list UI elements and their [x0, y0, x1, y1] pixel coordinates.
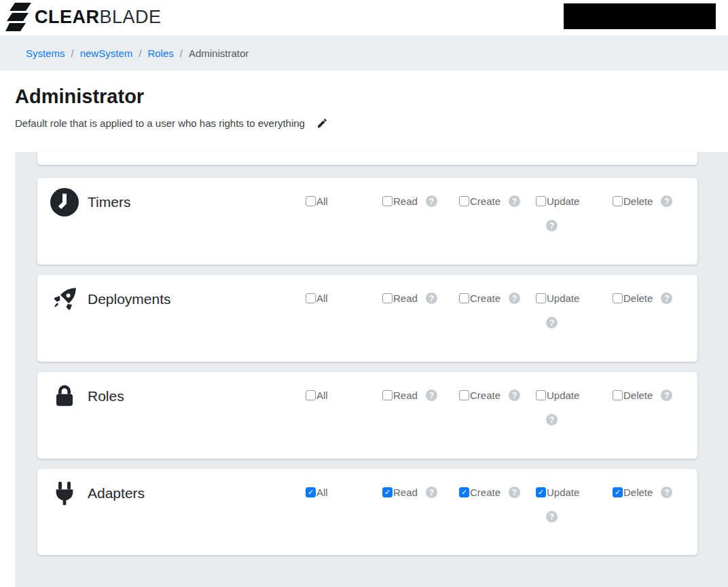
help-icon[interactable]: ?: [509, 292, 520, 304]
permissions-card-deployments: Deployments All Read ? Create ?: [37, 275, 697, 362]
help-icon[interactable]: ?: [546, 511, 558, 523]
checkbox-all[interactable]: [306, 293, 316, 303]
redacted-block: [564, 3, 716, 29]
perm-adapters-delete[interactable]: Delete ?: [613, 487, 689, 498]
checkbox-label: Read: [393, 390, 418, 401]
checkbox-label: Delete: [623, 292, 653, 304]
checkbox-all[interactable]: [306, 487, 316, 497]
perm-timers-all[interactable]: All: [306, 195, 382, 207]
perm-deployments-delete[interactable]: Delete ?: [613, 292, 689, 304]
help-icon[interactable]: ?: [509, 195, 520, 207]
checkbox-update[interactable]: [536, 487, 546, 497]
checkbox-update[interactable]: [536, 293, 546, 303]
clearblade-logo: CLEARBLADE: [5, 2, 162, 33]
help-icon[interactable]: ?: [426, 390, 437, 401]
lock-icon: [50, 381, 79, 411]
section-title: Deployments: [88, 291, 171, 307]
section-title: Roles: [88, 388, 124, 404]
permission-checkboxes: All Read ? Create ? Update ?: [306, 195, 689, 231]
section-header: Timers: [50, 187, 130, 217]
perm-deployments-create[interactable]: Create ?: [459, 292, 536, 304]
checkbox-label: Delete: [623, 390, 653, 401]
help-icon[interactable]: ?: [426, 195, 437, 207]
checkbox-create[interactable]: [459, 196, 469, 206]
help-icon[interactable]: ?: [426, 487, 437, 498]
breadcrumb-separator: /: [71, 48, 74, 59]
breadcrumb-systems[interactable]: Systems: [26, 48, 65, 59]
clearblade-console: CLEARBLADE Systems / newSystem / Roles /…: [0, 0, 728, 587]
breadcrumb-newsystem[interactable]: newSystem: [80, 48, 133, 59]
checkbox-delete[interactable]: [613, 487, 623, 497]
perm-adapters-create[interactable]: Create ?: [459, 487, 536, 498]
checkbox-update[interactable]: [536, 196, 546, 206]
checkbox-all[interactable]: [306, 390, 316, 400]
perm-roles-read[interactable]: Read ?: [382, 390, 459, 401]
perm-deployments-read[interactable]: Read ?: [382, 292, 459, 304]
app-header: CLEARBLADE: [0, 0, 728, 35]
breadcrumb-current: Administrator: [189, 48, 249, 59]
perm-deployments-update[interactable]: Update ?: [536, 292, 613, 328]
help-icon[interactable]: ?: [661, 390, 672, 401]
checkbox-label: Create: [470, 195, 500, 207]
checkbox-read[interactable]: [382, 390, 393, 400]
perm-roles-update[interactable]: Update ?: [536, 390, 613, 425]
role-description: Default role that is applied to a user w…: [15, 117, 305, 129]
perm-roles-create[interactable]: Create ?: [459, 390, 536, 401]
checkbox-label: All: [316, 292, 328, 304]
help-icon[interactable]: ?: [426, 292, 437, 304]
checkbox-delete[interactable]: [613, 293, 623, 303]
checkbox-label: Update: [547, 487, 579, 498]
checkbox-delete[interactable]: [613, 390, 623, 400]
clearblade-blade-icon: [5, 2, 33, 33]
perm-adapters-read[interactable]: Read ?: [382, 487, 459, 498]
page-header: Administrator Default role that is appli…: [0, 71, 728, 152]
help-icon[interactable]: ?: [509, 390, 520, 401]
section-header: Roles: [50, 381, 124, 411]
perm-timers-update[interactable]: Update ?: [536, 195, 613, 231]
perm-adapters-all[interactable]: All: [306, 487, 382, 498]
perm-timers-delete[interactable]: Delete ?: [613, 195, 689, 207]
page-title: Administrator: [15, 86, 144, 108]
edit-pencil-icon[interactable]: [316, 117, 328, 129]
perm-roles-all[interactable]: All: [306, 390, 382, 401]
breadcrumb-bar: Systems / newSystem / Roles / Administra…: [0, 35, 728, 71]
section-title: Adapters: [88, 485, 145, 501]
checkbox-all[interactable]: [306, 196, 316, 206]
breadcrumb-separator: /: [180, 48, 183, 59]
checkbox-label: Create: [470, 390, 500, 401]
help-icon[interactable]: ?: [546, 317, 558, 328]
permission-checkboxes: All Read ? Create ? Update ?: [306, 487, 689, 523]
brand-name-bold: CLEAR: [35, 7, 100, 27]
checkbox-label: Delete: [623, 487, 653, 498]
permissions-card-clipped: [37, 152, 697, 165]
checkbox-create[interactable]: [459, 390, 469, 400]
checkbox-create[interactable]: [459, 293, 469, 303]
help-icon[interactable]: ?: [661, 195, 672, 207]
help-icon[interactable]: ?: [546, 414, 558, 425]
help-icon[interactable]: ?: [661, 292, 672, 304]
permission-checkboxes: All Read ? Create ? Update ?: [306, 390, 689, 425]
checkbox-read[interactable]: [382, 196, 393, 206]
checkbox-label: All: [316, 195, 328, 207]
plug-icon: [50, 478, 79, 508]
checkbox-label: Create: [470, 487, 500, 498]
perm-adapters-update[interactable]: Update ?: [536, 487, 613, 523]
perm-roles-delete[interactable]: Delete ?: [613, 390, 689, 401]
checkbox-update[interactable]: [536, 390, 546, 400]
checkbox-label: Update: [547, 195, 579, 207]
checkbox-read[interactable]: [382, 487, 393, 497]
checkbox-create[interactable]: [459, 487, 469, 497]
checkbox-read[interactable]: [382, 293, 393, 303]
perm-deployments-all[interactable]: All: [306, 292, 382, 304]
help-icon[interactable]: ?: [661, 487, 672, 498]
checkbox-label: Delete: [623, 195, 653, 207]
checkbox-label: Update: [547, 390, 579, 401]
perm-timers-read[interactable]: Read ?: [382, 195, 459, 207]
checkbox-delete[interactable]: [613, 196, 623, 206]
perm-timers-create[interactable]: Create ?: [459, 195, 536, 207]
checkbox-label: Create: [470, 292, 500, 304]
help-icon[interactable]: ?: [546, 220, 558, 231]
checkbox-label: Read: [393, 195, 418, 207]
breadcrumb-roles[interactable]: Roles: [147, 48, 173, 59]
help-icon[interactable]: ?: [509, 487, 520, 498]
